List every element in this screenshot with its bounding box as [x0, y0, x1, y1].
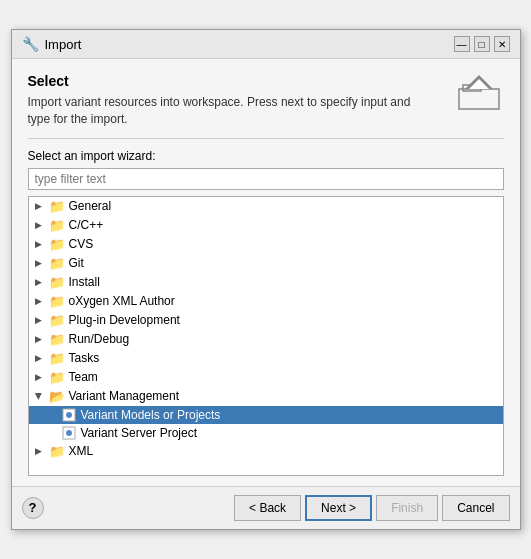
dialog-content: Select Import variant resources into wor…: [12, 59, 520, 486]
expand-arrow-rundebug: ▶: [33, 334, 45, 344]
tree-label-oxygen: oXygen XML Author: [69, 294, 175, 308]
tree-item-xml[interactable]: ▶ 📁 XML: [29, 442, 503, 461]
expand-arrow-variant: ▶: [34, 390, 44, 402]
title-bar: 🔧 Import — □ ✕: [12, 30, 520, 59]
folder-icon-oxygen: 📁: [49, 294, 65, 309]
folder-icon-tasks: 📁: [49, 351, 65, 366]
maximize-button[interactable]: □: [474, 36, 490, 52]
tree-item-variant-models[interactable]: ▶ Variant Models or Projects: [29, 406, 503, 424]
tree-label-install: Install: [69, 275, 100, 289]
folder-icon-plugin: 📁: [49, 313, 65, 328]
folder-icon-xml: 📁: [49, 444, 65, 459]
close-button[interactable]: ✕: [494, 36, 510, 52]
wizard-label: Select an import wizard:: [28, 149, 504, 163]
expand-arrow-tasks: ▶: [33, 353, 45, 363]
next-button[interactable]: Next >: [305, 495, 372, 521]
import-dialog: 🔧 Import — □ ✕ Select Import variant res…: [11, 29, 521, 530]
tree-label-xml: XML: [69, 444, 94, 458]
svg-point-7: [66, 430, 72, 436]
expand-arrow-general: ▶: [33, 201, 45, 211]
tree-label-cpp: C/C++: [69, 218, 104, 232]
header-text: Select Import variant resources into wor…: [28, 73, 418, 128]
dialog-icon: 🔧: [22, 36, 39, 52]
tree-label-vs: Variant Server Project: [81, 426, 198, 440]
expand-arrow-oxygen: ▶: [33, 296, 45, 306]
expand-arrow-plugin: ▶: [33, 315, 45, 325]
dialog-title: Import: [45, 37, 82, 52]
cancel-button[interactable]: Cancel: [442, 495, 509, 521]
title-bar-controls: — □ ✕: [454, 36, 510, 52]
tree-item-variant-server[interactable]: ▶ Variant Server Project: [29, 424, 503, 442]
folder-icon-cvs: 📁: [49, 237, 65, 252]
tree-item-install[interactable]: ▶ 📁 Install: [29, 273, 503, 292]
footer-buttons: < Back Next > Finish Cancel: [234, 495, 509, 521]
header-section: Select Import variant resources into wor…: [28, 73, 504, 128]
tree-label-rundebug: Run/Debug: [69, 332, 130, 346]
file-icon-vm: [61, 408, 77, 422]
tree-label-variant: Variant Management: [69, 389, 180, 403]
file-icon-vs: [61, 426, 77, 440]
dialog-footer: ? < Back Next > Finish Cancel: [12, 486, 520, 529]
import-icon: [454, 73, 504, 113]
tree-item-oxygen[interactable]: ▶ 📁 oXygen XML Author: [29, 292, 503, 311]
tree-item-team[interactable]: ▶ 📁 Team: [29, 368, 503, 387]
help-button[interactable]: ?: [22, 497, 44, 519]
tree-item-cpp[interactable]: ▶ 📁 C/C++: [29, 216, 503, 235]
tree-item-git[interactable]: ▶ 📁 Git: [29, 254, 503, 273]
folder-icon-rundebug: 📁: [49, 332, 65, 347]
minimize-button[interactable]: —: [454, 36, 470, 52]
svg-rect-0: [459, 89, 499, 109]
tree-label-vm: Variant Models or Projects: [81, 408, 221, 422]
tree-item-plugin[interactable]: ▶ 📁 Plug-in Development: [29, 311, 503, 330]
tree-item-tasks[interactable]: ▶ 📁 Tasks: [29, 349, 503, 368]
tree-item-cvs[interactable]: ▶ 📁 CVS: [29, 235, 503, 254]
filter-input[interactable]: [28, 168, 504, 190]
folder-icon-cpp: 📁: [49, 218, 65, 233]
tree-item-rundebug[interactable]: ▶ 📁 Run/Debug: [29, 330, 503, 349]
tree-label-cvs: CVS: [69, 237, 94, 251]
expand-arrow-xml: ▶: [33, 446, 45, 456]
back-button[interactable]: < Back: [234, 495, 301, 521]
tree-label-git: Git: [69, 256, 84, 270]
svg-point-5: [66, 412, 72, 418]
expand-arrow-git: ▶: [33, 258, 45, 268]
folder-icon-install: 📁: [49, 275, 65, 290]
tree-label-general: General: [69, 199, 112, 213]
expand-arrow-cvs: ▶: [33, 239, 45, 249]
expand-arrow-install: ▶: [33, 277, 45, 287]
tree-label-team: Team: [69, 370, 98, 384]
tree-container[interactable]: ▶ 📁 General ▶ 📁 C/C++ ▶ 📁 CVS ▶ 📁 Git: [28, 196, 504, 476]
title-bar-left: 🔧 Import: [22, 36, 82, 52]
section-title: Select: [28, 73, 418, 89]
tree-label-tasks: Tasks: [69, 351, 100, 365]
tree-item-variant[interactable]: ▶ 📂 Variant Management: [29, 387, 503, 406]
finish-button[interactable]: Finish: [376, 495, 438, 521]
header-divider: [28, 138, 504, 139]
tree-item-general[interactable]: ▶ 📁 General: [29, 197, 503, 216]
expand-arrow-cpp: ▶: [33, 220, 45, 230]
folder-icon-git: 📁: [49, 256, 65, 271]
folder-icon-team: 📁: [49, 370, 65, 385]
section-description: Import variant resources into workspace.…: [28, 94, 418, 128]
tree-label-plugin: Plug-in Development: [69, 313, 180, 327]
expand-arrow-team: ▶: [33, 372, 45, 382]
folder-icon-general: 📁: [49, 199, 65, 214]
folder-icon-variant: 📂: [49, 389, 65, 404]
